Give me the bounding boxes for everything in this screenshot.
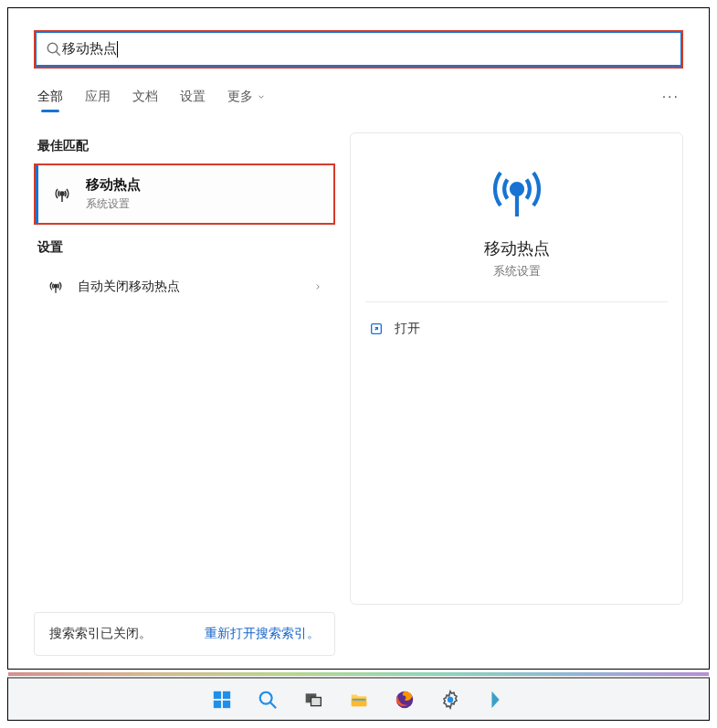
taskbar-accent-strip (8, 672, 709, 676)
gear-icon (440, 690, 460, 710)
more-options-button[interactable]: ··· (662, 89, 680, 112)
tab-more-label: 更多 (227, 89, 253, 105)
section-best-match-label: 最佳匹配 (37, 138, 335, 154)
hotspot-icon (51, 184, 73, 206)
tab-all[interactable]: 全部 (37, 89, 63, 112)
open-action[interactable]: 打开 (365, 315, 668, 343)
tab-settings[interactable]: 设置 (180, 89, 206, 112)
windows-logo-icon (212, 690, 232, 710)
svg-rect-11 (213, 700, 220, 707)
svg-rect-12 (222, 700, 229, 707)
svg-point-2 (60, 192, 64, 195)
chevron-down-icon (257, 92, 266, 101)
svg-point-0 (47, 43, 58, 53)
svg-line-14 (269, 702, 275, 707)
best-match-title: 移动热点 (86, 176, 141, 194)
settings-app-button[interactable] (432, 681, 469, 718)
text-cursor (117, 41, 118, 58)
app-icon (489, 690, 503, 710)
search-input-value: 移动热点 (62, 40, 117, 58)
index-status-message: 搜索索引已关闭。 (49, 626, 152, 642)
preview-panel: 移动热点 系统设置 打开 (350, 132, 683, 605)
tab-apps[interactable]: 应用 (85, 89, 111, 112)
reopen-index-link[interactable]: 重新打开搜索索引。 (205, 626, 320, 642)
hotspot-icon (484, 159, 550, 225)
open-label: 打开 (395, 321, 420, 337)
svg-point-13 (259, 691, 271, 703)
preview-icon-container (365, 159, 668, 225)
svg-point-4 (54, 285, 57, 288)
taskbar-search-button[interactable] (249, 681, 286, 718)
best-match-subtitle: 系统设置 (86, 196, 141, 212)
best-match-item[interactable]: 移动热点 系统设置 (36, 165, 333, 223)
svg-rect-16 (311, 697, 321, 705)
search-index-bar: 搜索索引已关闭。 重新打开搜索索引。 (34, 612, 335, 656)
filter-tabs: 全部 应用 文档 设置 更多 ··· (34, 89, 683, 112)
firefox-icon (395, 690, 415, 710)
task-view-button[interactable] (295, 681, 332, 718)
svg-point-20 (447, 696, 452, 702)
firefox-button[interactable] (386, 681, 423, 718)
task-view-icon (303, 691, 323, 709)
folder-icon (348, 690, 370, 710)
svg-line-1 (56, 51, 60, 56)
preview-subtitle: 系统设置 (365, 263, 668, 280)
svg-rect-9 (213, 691, 220, 698)
search-icon (46, 41, 62, 58)
best-match-highlight-box: 移动热点 系统设置 (34, 164, 335, 225)
search-icon (258, 690, 278, 710)
tab-docs[interactable]: 文档 (132, 89, 158, 112)
svg-rect-10 (222, 691, 229, 698)
search-box[interactable]: 移动热点 (36, 32, 681, 67)
svg-rect-18 (352, 699, 365, 701)
start-button[interactable] (204, 681, 240, 718)
file-explorer-button[interactable] (341, 681, 377, 718)
hotspot-icon (47, 278, 65, 296)
setting-item-label: 自动关闭移动热点 (78, 279, 180, 295)
section-settings-label: 设置 (37, 239, 335, 256)
search-highlight-box: 移动热点 (34, 30, 683, 69)
tab-more[interactable]: 更多 (227, 89, 266, 112)
svg-point-6 (511, 184, 522, 195)
setting-item-auto-off-hotspot[interactable]: 自动关闭移动热点 (34, 265, 335, 309)
divider (365, 301, 668, 302)
taskbar (7, 677, 710, 721)
chevron-right-icon (313, 279, 322, 295)
preview-title: 移动热点 (365, 237, 668, 259)
open-icon (369, 322, 384, 336)
taskbar-app-button[interactable] (478, 681, 514, 718)
